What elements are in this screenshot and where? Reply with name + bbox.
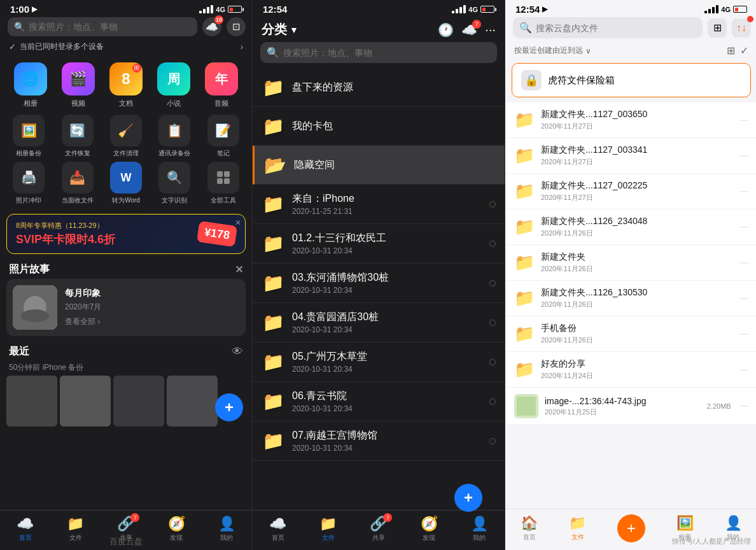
folder-resources[interactable]: 📁 盘下来的资源 <box>253 68 505 107</box>
p3-search-input[interactable] <box>536 23 696 33</box>
tool-notes[interactable]: 📝 笔记 <box>201 115 246 158</box>
tool-album-backup[interactable]: 🖼️ 相册备份 <box>6 115 51 158</box>
tool-all[interactable]: 全部工具 <box>201 162 246 205</box>
icon-doc[interactable]: 8 周 文档 <box>107 62 145 108</box>
nav-files-1[interactable]: 📁 文件 <box>67 516 84 542</box>
chevron-right-icon: › <box>241 43 243 52</box>
folder-card[interactable]: 📁 我的卡包 <box>253 107 505 146</box>
tool-notes-icon: 📝 <box>207 115 239 146</box>
file-more-7[interactable]: ··· <box>740 364 748 376</box>
file-name-3: 新建文件夹...1126_234048 <box>541 216 734 227</box>
tool-clean[interactable]: 🧹 文件清理 <box>104 115 148 158</box>
p3-grid-view-btn[interactable]: ⊞ <box>727 45 735 57</box>
file-more-1[interactable]: ··· <box>740 150 748 162</box>
folder-date-03: 2020-10-31 20:34 <box>292 286 482 295</box>
sort-selector[interactable]: 按最近创建由近到远 ∨ <box>514 45 591 56</box>
file-more-2[interactable]: ··· <box>740 186 748 197</box>
nav-mine-2[interactable]: 👤 我的 <box>471 516 488 542</box>
file-name-0: 新建文件夹...1127_003650 <box>541 109 734 120</box>
eye-icon[interactable]: 👁 <box>232 345 243 358</box>
folder-06[interactable]: 📁 06.青云书院 2020-10-31 20:34 <box>253 382 505 421</box>
folder-name-iphone: 来自：iPhone <box>292 192 482 206</box>
nav-share-2[interactable]: 🔗 7 共享 <box>370 516 387 542</box>
device-notice[interactable]: ✓ 当前已同时登录多个设备 › <box>0 36 252 57</box>
nav-discover-icon-2: 🧭 <box>421 516 438 532</box>
file-item-7[interactable]: 📁 好友的分享 2020年11月24日 ··· <box>505 352 756 388</box>
p3-grid-btn[interactable]: ⊞ <box>708 18 727 38</box>
folder-iphone[interactable]: 📁 来自：iPhone 2020-11-25 21:31 <box>253 185 505 224</box>
story-close-btn[interactable]: ✕ <box>235 264 243 276</box>
file-item-3[interactable]: 📁 新建文件夹...1126_234048 2020年11月26日 ··· <box>505 209 756 245</box>
time-2: 12:54 <box>263 4 287 15</box>
folder-03[interactable]: 📁 03.东河涌博物馆30桩 2020-10-31 20:34 <box>253 264 505 303</box>
p3-search-bar[interactable]: 🔍 <box>513 17 703 38</box>
vault-item[interactable]: 🔒 虎符文件保险箱 <box>512 63 751 97</box>
file-more-8[interactable]: ··· <box>740 400 748 412</box>
story-link[interactable]: 查看全部 › <box>65 316 239 327</box>
search-bar-1[interactable]: 🔍 <box>8 17 197 36</box>
tool-clean-icon: 🧹 <box>110 115 142 146</box>
tool-ocr[interactable]: 🔍 文字识别 <box>152 162 197 205</box>
file-more-3[interactable]: ··· <box>740 222 748 233</box>
file-item-0[interactable]: 📁 新建文件夹...1127_003650 2020年11月27日 ··· <box>505 102 756 138</box>
tool-ocr-icon: 🔍 <box>158 162 190 194</box>
p2-clock-btn[interactable]: 🕐 <box>438 22 454 38</box>
p2-search-bar[interactable]: 🔍 <box>260 42 497 63</box>
fab-add-btn-2[interactable]: + <box>454 484 482 512</box>
story-section-header: 照片故事 ✕ <box>0 258 252 279</box>
scan-action-btn[interactable]: ⊡ <box>227 17 246 36</box>
tool-receive[interactable]: 📥 当面收文件 <box>55 162 99 205</box>
icon-novel[interactable]: 周 小说 <box>155 62 193 108</box>
p3-nav-home[interactable]: 🏠 首页 <box>521 515 538 542</box>
file-more-5[interactable]: ··· <box>740 293 748 304</box>
tool-contacts[interactable]: 📋 通讯录备份 <box>152 115 197 158</box>
p2-cloud-btn[interactable]: ☁️ 7 <box>461 22 477 38</box>
folder-01[interactable]: 📁 01.2.十三行和农民工 2020-10-31 20:34 <box>253 224 505 264</box>
nav-home-1[interactable]: ☁️ 首页 <box>17 516 34 542</box>
p3-filter-btn[interactable]: ↑↓ <box>732 18 751 38</box>
file-folder-icon-3: 📁 <box>514 217 535 237</box>
file-item-4[interactable]: 📁 新建文件夹 2020年11月26日 ··· <box>505 245 756 281</box>
nav-discover-1[interactable]: 🧭 发现 <box>168 516 185 542</box>
file-item-8[interactable]: image-...21:36:44-743.jpg 2020年11月25日 2.… <box>505 388 756 425</box>
file-item-2[interactable]: 📁 新建文件夹...1127_002225 2020年11月27日 ··· <box>505 174 756 209</box>
file-more-0[interactable]: ··· <box>740 115 748 126</box>
search-input-1[interactable] <box>29 22 191 32</box>
tool-word[interactable]: W 转为Word <box>104 162 148 205</box>
promo-banner[interactable]: 8周年专享特惠（11.23-29） SVIP年卡限时4.6折 ¥178 ✕ <box>6 214 246 254</box>
p3-nav-files[interactable]: 📁 文件 <box>569 515 586 542</box>
folder-07[interactable]: 📁 07.南越王宫博物馆 2020-10-31 20:34 <box>253 421 505 461</box>
fab-add-btn-1[interactable]: + <box>215 393 243 421</box>
folder-05[interactable]: 📁 05.广州万木草堂 2020-10-31 20:34 <box>253 342 505 382</box>
p2-search-input[interactable] <box>283 48 491 58</box>
nav-files-2[interactable]: 📁 文件 <box>319 516 337 542</box>
vault-lock-icon: 🔒 <box>521 70 542 90</box>
promo-close-btn[interactable]: ✕ <box>235 218 241 227</box>
p3-nav-mine-icon: 👤 <box>725 515 742 532</box>
p3-select-btn[interactable]: ✓ <box>740 45 748 57</box>
file-more-4[interactable]: ··· <box>740 257 748 269</box>
tool-print[interactable]: 🖨️ 照片冲印 <box>6 162 51 205</box>
album-icon-circle: 🌐 <box>14 62 47 95</box>
p2-more-btn[interactable]: ··· <box>485 22 496 37</box>
icon-audio[interactable]: 年 音频 <box>202 62 241 108</box>
file-item-1[interactable]: 📁 新建文件夹...1127_003341 2020年11月27日 ··· <box>505 138 756 174</box>
file-item-6[interactable]: 📁 手机备份 2020年11月26日 ··· <box>505 316 756 352</box>
file-more-6[interactable]: ··· <box>740 328 748 340</box>
nav-mine-1[interactable]: 👤 我的 <box>218 516 235 542</box>
tool-restore[interactable]: 🔄 文件恢复 <box>55 115 99 158</box>
folder-hidden[interactable]: 📂 隐藏空间 <box>253 146 505 185</box>
file-item-5[interactable]: 📁 新建文件夹...1126_130530 2020年11月26日 ··· <box>505 281 756 316</box>
p3-nav-plus-btn[interactable]: + <box>617 514 645 542</box>
icon-album[interactable]: 🌐 相册 <box>11 62 50 108</box>
cloud-action-btn[interactable]: ☁️ 10 <box>202 17 221 36</box>
nav-home-2[interactable]: ☁️ 首页 <box>269 516 286 542</box>
nav-home-icon-1: ☁️ <box>17 516 34 532</box>
file-folder-icon-1: 📁 <box>514 146 535 166</box>
nav-discover-2[interactable]: 🧭 发现 <box>421 516 438 542</box>
story-card[interactable]: 每月印象 2020年7月 查看全部 › <box>6 279 246 336</box>
icon-video[interactable]: 🎬 视频 <box>59 62 97 108</box>
folder-04[interactable]: 📁 04.贵富园酒店30桩 2020-10-31 20:34 <box>253 303 505 342</box>
recent-header: 最近 👁 <box>0 341 252 361</box>
cloud-badge: 10 <box>214 15 223 24</box>
